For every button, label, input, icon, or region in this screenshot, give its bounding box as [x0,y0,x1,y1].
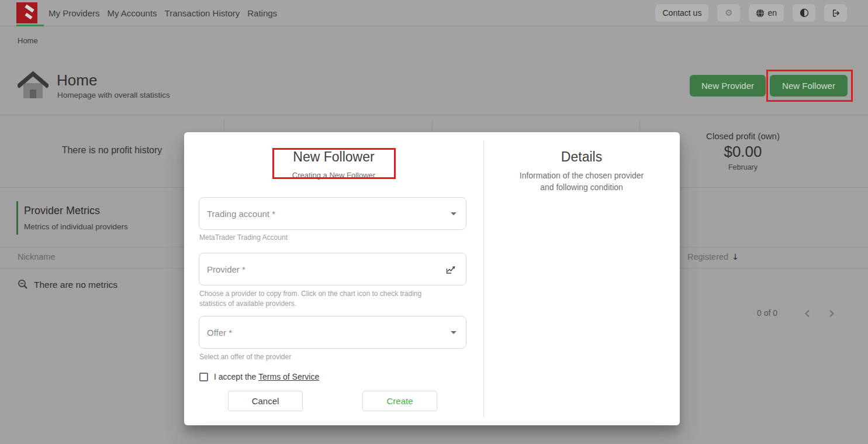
new-follower-button[interactable]: New Follower [770,75,848,97]
dialog-title: New Follower [184,149,483,165]
cancel-button[interactable]: Cancel [228,391,303,411]
chevron-down-icon [451,212,457,215]
section-accent-bar [16,201,18,235]
top-nav-bar: My Providers My Accounts Transaction His… [0,0,868,26]
chart-icon[interactable] [445,264,457,275]
details-title: Details [483,149,680,165]
provider-helper: Choose a provider to copy from. Click on… [199,289,433,309]
registered-label: Registered [687,252,728,261]
dialog-subtitle: Creating a New Follower [184,171,483,180]
nav-item-transaction-history[interactable]: Transaction History [165,8,240,18]
contrast-icon [800,8,809,18]
offer-helper: Select an offer of the provider [199,352,291,362]
home-icon [18,69,49,101]
page-title: Home [57,71,97,90]
nav-item-my-accounts[interactable]: My Accounts [108,8,157,18]
offer-label: Offer * [207,328,451,338]
breadcrumb[interactable]: Home [18,36,38,45]
pagination-label: 0 of 0 [719,308,777,318]
language-label: en [767,8,777,18]
trading-account-helper: MetaTrader Trading Account [199,233,288,243]
new-follower-dialog: New Follower Creating a New Follower Tra… [184,132,680,425]
details-subtitle: Information of the chosen provider and f… [483,170,680,194]
details-subtitle-text: Information of the chosen provider and f… [513,170,651,194]
active-nav-indicator [16,25,44,26]
pagination-next-icon[interactable] [826,309,836,318]
app-logo-icon[interactable] [16,2,37,23]
page-subtitle: Homepage with overall statistics [57,91,170,99]
terms-row: I accept the Terms of Service [199,372,319,381]
provider-metrics-subtitle: Metrics of individual providers [24,222,128,231]
terms-label: I accept the Terms of Service [214,372,319,381]
terms-of-service-link[interactable]: Terms of Service [258,372,319,381]
provider-metrics-title: Provider Metrics [24,205,100,217]
language-button[interactable]: en [749,4,784,22]
logout-icon [831,8,841,18]
provider-select[interactable]: Provider * [199,253,466,285]
theme-toggle-button[interactable] [793,4,815,22]
nav-menu: My Providers My Accounts Transaction His… [49,0,277,26]
nav-item-ratings[interactable]: Ratings [247,8,277,18]
settings-button[interactable]: ⚙ [717,4,740,22]
logout-button[interactable] [824,4,847,22]
pagination-prev-icon[interactable] [803,309,812,318]
chevron-down-icon [451,331,457,334]
nav-item-my-providers[interactable]: My Providers [49,8,100,18]
empty-metrics-row: There are no metrics [18,279,117,290]
sort-desc-icon: ↓ [732,252,739,261]
contact-us-button[interactable]: Contact us [655,4,708,22]
zoom-out-icon [18,279,29,290]
globe-icon [756,9,765,18]
new-provider-button[interactable]: New Provider [690,75,766,97]
stats-top-divider [0,115,868,115]
nav-actions: Contact us ⚙ en [655,4,847,22]
empty-metrics-message: There are no metrics [34,280,117,290]
gear-icon: ⚙ [725,8,732,18]
provider-label: Provider * [207,264,445,274]
terms-prefix: I accept the [214,372,258,381]
trading-account-select[interactable]: Trading account * [199,197,466,230]
column-header-registered[interactable]: Registered↓ [687,252,739,261]
offer-select[interactable]: Offer * [199,316,466,349]
terms-checkbox[interactable] [199,373,208,381]
column-header-nickname[interactable]: Nickname [18,252,55,261]
create-button[interactable]: Create [362,391,437,411]
trading-account-label: Trading account * [207,209,451,219]
